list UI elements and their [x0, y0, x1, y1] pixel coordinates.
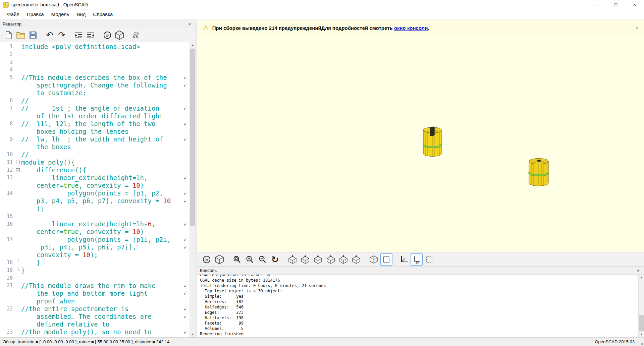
code-text[interactable]: } [20, 267, 190, 274]
render-preview-button[interactable]: » [101, 29, 113, 41]
code-line-7[interactable]: 7// 1st ; the angle of deviation of the … [0, 105, 190, 120]
menu-edit[interactable]: Правка [23, 10, 48, 19]
code-line-5[interactable]: 5//This module describes the box of the … [0, 74, 190, 97]
code-line-16[interactable]: 16 linear_extrude(height=lh-6, center=tr… [0, 220, 190, 236]
maximize-button[interactable]: □ [606, 0, 625, 9]
fold-marker-icon[interactable]: - [15, 166, 20, 174]
view-front-button[interactable] [337, 253, 350, 266]
code-line-14[interactable]: 14 polygon(points = [p1, p2, p3, p4, p5,… [0, 189, 190, 213]
menu-design[interactable]: Модель [48, 10, 73, 19]
code-line-8[interactable]: 8// l1l, l2l; the length of the two boxe… [0, 120, 190, 135]
zoom-in-button[interactable] [244, 253, 256, 266]
console-scroll-down-icon[interactable]: ▼ [639, 332, 644, 337]
console-scroll-thumb[interactable] [639, 315, 644, 331]
editor-close-icon[interactable]: × [186, 21, 193, 27]
code-text[interactable]: // lw, lh ; the width and height of the … [20, 135, 190, 151]
code-line-4[interactable]: 4 [0, 66, 190, 74]
console-scrollbar[interactable]: ▲ ▼ [638, 275, 644, 337]
editor-scroll-up-icon[interactable]: ▲ [190, 42, 195, 48]
code-text[interactable]: //This module draws the rim to make the … [20, 282, 190, 305]
show-scale-markers-button[interactable]: 10 [411, 253, 423, 266]
code-text[interactable]: include <poly-definitions.scad> [20, 43, 190, 51]
code-text[interactable] [20, 58, 190, 66]
code-text[interactable]: linear_extrude(height=lh, center=true, c… [20, 174, 190, 189]
code-text[interactable]: } [20, 259, 190, 267]
code-editor[interactable]: 1include <poly-definitions.scad>2345//Th… [0, 42, 195, 337]
code-text[interactable]: //the entire spectrometer is assembled. … [20, 305, 190, 328]
code-line-1[interactable]: 1include <poly-definitions.scad> [0, 43, 190, 51]
code-text[interactable]: // 1st ; the angle of deviation of the 1… [20, 105, 190, 120]
render-button[interactable] [113, 29, 125, 41]
zoom-all-button[interactable] [231, 253, 243, 266]
code-text[interactable]: module poly(){ [20, 159, 190, 166]
view-bottom-button[interactable] [312, 253, 324, 266]
code-text[interactable]: // [20, 97, 190, 105]
show-axes-button[interactable] [398, 253, 410, 266]
console-close-icon[interactable]: × [635, 268, 641, 273]
code-text[interactable]: //the module poly(), so no need to↲ [20, 328, 190, 336]
view-bottom-icon [314, 255, 322, 264]
code-line-12[interactable]: 12- difference(){ [0, 166, 190, 174]
console-scroll-up-icon[interactable]: ▲ [639, 275, 644, 280]
view-right-button[interactable] [286, 253, 299, 266]
menu-file[interactable]: Файл [3, 10, 23, 19]
banner-close-icon[interactable]: × [635, 24, 639, 31]
code-line-19[interactable]: 19} [0, 267, 190, 274]
save-file-button[interactable] [27, 29, 39, 41]
zoom-out-button[interactable] [256, 253, 268, 266]
code-line-2[interactable]: 2 [0, 51, 190, 58]
code-text[interactable]: // l1l, l2l; the length of the two boxes… [20, 120, 190, 135]
render-preview-button[interactable]: » [201, 253, 213, 266]
unindent-button[interactable] [72, 29, 85, 41]
close-button[interactable]: × [625, 0, 644, 9]
code-text[interactable] [20, 274, 190, 282]
indent-button[interactable] [85, 29, 97, 41]
code-line-18[interactable]: 18 } [0, 259, 190, 267]
view-diagonal-button[interactable] [368, 253, 380, 266]
editor-scroll-thumb[interactable] [190, 49, 195, 226]
code-line-17[interactable]: 17 polygon(points = [p1i, p2i, p3i, p4i,… [0, 236, 190, 259]
code-line-21[interactable]: 21//This module draws the rim to make th… [0, 282, 190, 305]
minimize-button[interactable]: – [588, 0, 606, 9]
menu-view[interactable]: Вид [73, 10, 89, 19]
code-text[interactable] [20, 51, 190, 58]
code-text[interactable] [20, 213, 190, 220]
viewport-3d[interactable] [197, 36, 644, 252]
menu-help[interactable]: Справка [90, 10, 117, 19]
editor-scroll-down-icon[interactable]: ▼ [190, 332, 195, 337]
fold-marker-icon[interactable]: - [15, 159, 20, 166]
new-file-button[interactable] [3, 29, 15, 41]
code-line-11[interactable]: 11-module poly(){ [0, 159, 190, 166]
view-back-button[interactable] [350, 253, 362, 266]
code-text[interactable] [20, 66, 190, 74]
editor-scrollbar[interactable]: ▲ ▼ [190, 42, 195, 337]
code-line-6[interactable]: 6// [0, 97, 190, 105]
export-stl-button[interactable]: STL [130, 29, 142, 41]
resize-grip[interactable] [639, 341, 643, 345]
open-file-button[interactable] [15, 29, 27, 41]
code-line-22[interactable]: 22//the entire spectrometer is assembled… [0, 305, 190, 328]
console-window-link[interactable]: окно консоли [394, 25, 428, 31]
orthogonal-projection-button[interactable] [423, 253, 435, 266]
code-text[interactable]: linear_extrude(height=lh-6, center=true,… [20, 220, 190, 236]
code-text[interactable]: polygon(points = [p1i, p2i, p3i, p4i, p5… [20, 236, 190, 259]
code-line-9[interactable]: 9// lw, lh ; the width and height of the… [0, 135, 190, 151]
render-button[interactable] [213, 253, 225, 266]
code-line-15[interactable]: 15 [0, 213, 190, 220]
code-line-23[interactable]: 23//the module poly(), so no need to↲ [0, 328, 190, 336]
code-text[interactable]: //This module describes the box of the s… [20, 74, 190, 97]
code-text[interactable]: // [20, 151, 190, 159]
code-line-13[interactable]: 13 linear_extrude(height=lh, center=true… [0, 174, 190, 189]
code-text[interactable]: difference(){ [20, 166, 190, 174]
view-top-button[interactable] [299, 253, 311, 266]
code-line-3[interactable]: 3 [0, 58, 190, 66]
editor-lines[interactable]: 1include <poly-definitions.scad>2345//Th… [0, 42, 190, 337]
reset-view-button[interactable]: ↻ [269, 253, 281, 266]
undo-button[interactable]: ↶ [44, 29, 56, 41]
code-line-10[interactable]: 10// [0, 151, 190, 159]
view-left-button[interactable] [325, 253, 337, 266]
code-line-20[interactable]: 20 [0, 274, 190, 282]
redo-button[interactable]: ↷ [56, 29, 68, 41]
code-text[interactable]: polygon(points = [p1, p2, p3, p4, p5, p6… [20, 189, 190, 213]
view-center-button[interactable] [380, 253, 392, 266]
